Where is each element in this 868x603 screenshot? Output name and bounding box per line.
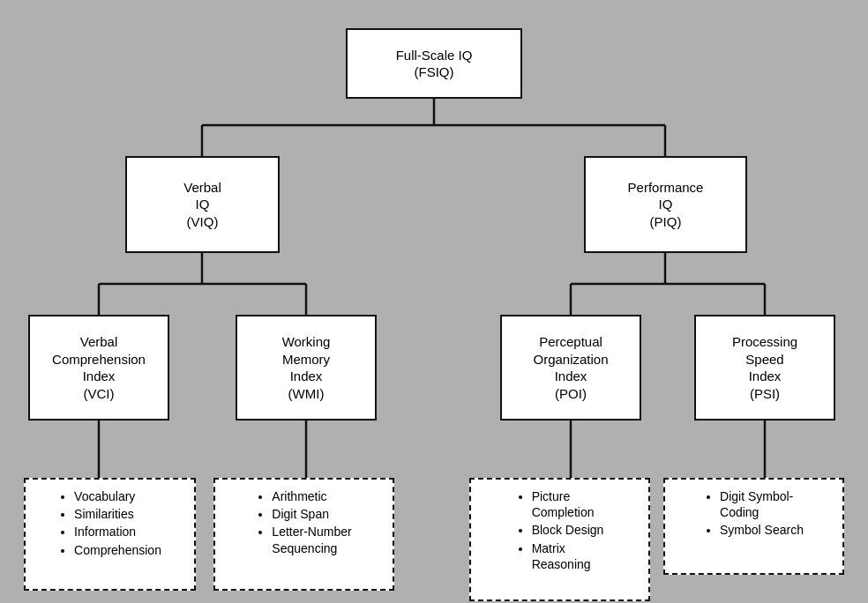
psi-items-node: Digit Symbol-Coding Symbol Search [663, 478, 844, 575]
fsiq-label: Full-Scale IQ(FSIQ) [396, 47, 473, 81]
diagram: Full-Scale IQ(FSIQ) VerbalIQ(VIQ) Perfor… [11, 11, 857, 592]
poi-item-block-design: Block Design [532, 522, 604, 538]
psi-label: ProcessingSpeedIndex(PSI) [732, 333, 797, 402]
psi-node: ProcessingSpeedIndex(PSI) [694, 315, 835, 421]
poi-items-list: PictureCompletion Block Design MatrixRea… [516, 488, 604, 574]
poi-node: PerceptualOrganizationIndex(POI) [500, 315, 641, 421]
vci-items-list: Vocabulary Similarities Information Comp… [58, 488, 161, 560]
wmi-node: WorkingMemoryIndex(WMI) [236, 315, 377, 421]
piq-node: PerformanceIQ(PIQ) [584, 156, 747, 253]
poi-item-matrix-reasoning: MatrixReasoning [532, 540, 604, 572]
vci-label: VerbalComprehensionIndex(VCI) [52, 333, 146, 402]
wmi-item-arithmetic: Arithmetic [272, 488, 351, 504]
viq-label: VerbalIQ(VIQ) [183, 179, 221, 231]
wmi-items-node: Arithmetic Digit Span Letter-NumberSeque… [213, 478, 394, 591]
psi-items-list: Digit Symbol-Coding Symbol Search [704, 488, 804, 540]
wmi-items-list: Arithmetic Digit Span Letter-NumberSeque… [256, 488, 351, 558]
vci-item-similarities: Similarities [74, 506, 161, 522]
poi-item-picture-completion: PictureCompletion [532, 488, 604, 520]
fsiq-node: Full-Scale IQ(FSIQ) [346, 28, 522, 99]
wmi-item-letter-number: Letter-NumberSequencing [272, 524, 351, 555]
wmi-item-digit-span: Digit Span [272, 506, 351, 522]
vci-items-node: Vocabulary Similarities Information Comp… [24, 478, 196, 591]
poi-label: PerceptualOrganizationIndex(POI) [533, 333, 608, 402]
wmi-label: WorkingMemoryIndex(WMI) [282, 333, 331, 402]
psi-item-digit-symbol: Digit Symbol-Coding [720, 488, 804, 520]
vci-item-information: Information [74, 524, 161, 540]
vci-item-vocabulary: Vocabulary [74, 488, 161, 504]
poi-items-node: PictureCompletion Block Design MatrixRea… [469, 478, 650, 601]
viq-node: VerbalIQ(VIQ) [125, 156, 280, 253]
piq-label: PerformanceIQ(PIQ) [628, 179, 704, 231]
vci-item-comprehension: Comprehension [74, 542, 161, 558]
psi-item-symbol-search: Symbol Search [720, 522, 804, 538]
vci-node: VerbalComprehensionIndex(VCI) [28, 315, 169, 421]
